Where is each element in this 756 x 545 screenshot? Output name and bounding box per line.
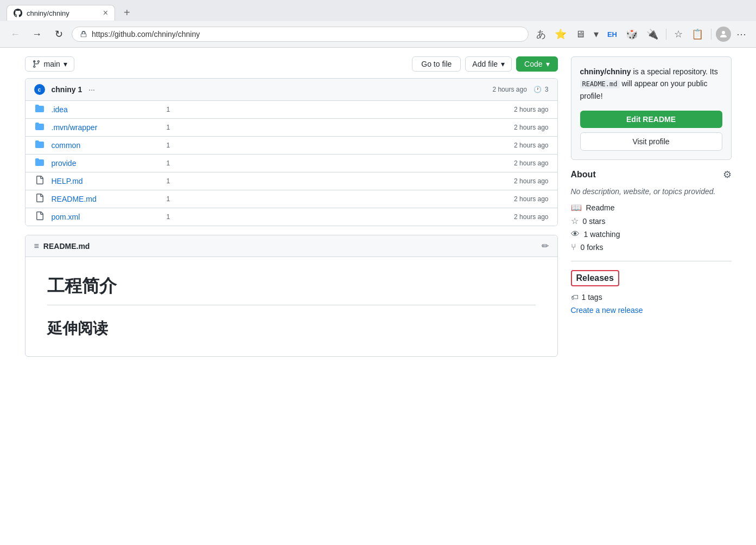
file-commit: 1	[167, 142, 508, 149]
readme-title: README.md	[43, 242, 537, 251]
browser-titlebar: chniny/chniny × +	[0, 0, 756, 21]
file-row: HELP.md12 hours ago	[26, 172, 557, 190]
file-commit: 1	[167, 195, 508, 203]
repo-main: main ▾ Go to file Add file ▾ Code ▾	[25, 56, 558, 357]
code-chevron-icon: ▾	[546, 60, 550, 68]
file-time: 2 hours ago	[514, 106, 548, 113]
collections-icon[interactable]: 📋	[688, 26, 707, 42]
branch-chevron-icon: ▾	[63, 60, 67, 68]
releases-heading[interactable]: Releases	[571, 270, 619, 286]
reload-button[interactable]: ↻	[50, 25, 67, 43]
add-file-button[interactable]: Add file ▾	[465, 56, 512, 72]
file-icon	[34, 176, 45, 187]
branch-selector[interactable]: main ▾	[25, 56, 74, 72]
readme-heading2: 延伸阅读	[47, 318, 536, 339]
browser-toolbar: ← → ↻ https://github.com/chniny/chniny あ…	[0, 21, 756, 47]
releases-tag-count: 1 tags	[582, 293, 602, 302]
readme-heading1: 工程简介	[47, 274, 536, 305]
edit-readme-button[interactable]: Edit README	[580, 111, 722, 128]
repo-layout: main ▾ Go to file Add file ▾ Code ▾	[12, 48, 745, 366]
forward-button[interactable]: →	[28, 25, 46, 43]
file-name[interactable]: .idea	[52, 105, 160, 114]
readme-header: ≡ README.md ✏	[26, 235, 557, 257]
address-bar[interactable]: https://github.com/chniny/chniny	[72, 27, 529, 42]
releases-section: Releases 🏷 1 tags Create a new release	[571, 270, 732, 315]
file-commit: 1	[167, 213, 508, 221]
extension1-icon[interactable]: EH	[604, 28, 620, 41]
file-name[interactable]: HELP.md	[52, 177, 160, 185]
history-count: 3	[545, 86, 549, 93]
file-name[interactable]: .mvn/wrapper	[52, 123, 160, 132]
browser-tab[interactable]: chniny/chniny ×	[7, 5, 115, 21]
file-time: 2 hours ago	[514, 195, 548, 203]
folder-icon	[34, 104, 45, 115]
about-item-label[interactable]: 0 stars	[583, 217, 606, 226]
translate-icon[interactable]: あ	[533, 25, 549, 43]
media-icon[interactable]: 🖥	[572, 27, 588, 42]
go-to-file-button[interactable]: Go to file	[412, 56, 461, 72]
releases-tag-row: 🏷 1 tags	[571, 293, 732, 302]
repo-sidebar: chniny/chniny is a special repository. I…	[571, 56, 732, 357]
file-row: README.md12 hours ago	[26, 190, 557, 208]
new-tab-button[interactable]: +	[119, 4, 135, 21]
file-commit: 1	[167, 124, 508, 131]
file-row: pom.xml12 hours ago	[26, 208, 557, 226]
file-time: 2 hours ago	[514, 177, 548, 185]
repo-link[interactable]: chniny/chniny	[580, 67, 631, 76]
tag-icon: 🏷	[571, 293, 579, 302]
readme-list-icon: ≡	[34, 241, 39, 251]
favorites-icon[interactable]: ⭐	[551, 26, 570, 42]
create-release-link[interactable]: Create a new release	[571, 306, 643, 315]
about-item-icon: 📖	[571, 202, 582, 213]
bookmark-icon[interactable]: ☆	[671, 26, 686, 42]
about-item: ☆0 stars	[571, 216, 732, 226]
commit-message: chniny 1	[52, 85, 82, 94]
readme-body: 工程简介 延伸阅读	[26, 257, 557, 356]
lock-icon	[80, 30, 87, 38]
code-label: Code	[524, 60, 542, 68]
github-favicon-icon	[14, 9, 22, 17]
visit-profile-button[interactable]: Visit profile	[580, 132, 722, 151]
file-time: 2 hours ago	[514, 159, 548, 167]
about-item: ⑂0 forks	[571, 242, 732, 252]
file-name[interactable]: README.md	[52, 195, 160, 203]
about-item-label[interactable]: 1 watching	[584, 230, 620, 239]
special-repo-text-mid: is a special repository. Its	[631, 67, 718, 76]
address-text: https://github.com/chniny/chniny	[92, 30, 520, 39]
file-time: 2 hours ago	[514, 142, 548, 149]
about-item-label[interactable]: Readme	[586, 203, 615, 212]
dropdown-icon[interactable]: ▾	[590, 26, 602, 42]
code-button[interactable]: Code ▾	[516, 56, 557, 72]
about-item: 📖Readme	[571, 202, 732, 213]
edit-readme-icon[interactable]: ✏	[542, 241, 549, 251]
commit-author-initial: c	[38, 87, 41, 93]
extension2-icon[interactable]: 🎲	[622, 26, 641, 42]
close-tab-icon[interactable]: ×	[103, 9, 108, 17]
commit-dots[interactable]: ···	[88, 85, 95, 94]
more-options-icon[interactable]: ⋯	[733, 26, 749, 42]
file-name[interactable]: provide	[52, 159, 160, 168]
folder-icon	[34, 140, 45, 151]
about-item-icon: 👁	[571, 229, 580, 239]
back-button[interactable]: ←	[7, 25, 24, 43]
special-repo-description: chniny/chniny is a special repository. I…	[580, 66, 722, 102]
readme-section: ≡ README.md ✏ 工程简介 延伸阅读	[25, 235, 558, 357]
profile-button[interactable]	[716, 27, 731, 42]
commit-avatar: c	[34, 84, 45, 95]
file-name[interactable]: pom.xml	[52, 213, 160, 221]
readme-code-tag: README.md	[580, 80, 620, 88]
file-row: provide12 hours ago	[26, 155, 557, 172]
about-title: About	[571, 170, 596, 179]
extension3-icon[interactable]: 🔌	[643, 26, 662, 42]
commit-history[interactable]: 🕐 3	[533, 86, 549, 93]
file-name[interactable]: common	[52, 141, 160, 150]
commit-time: 2 hours ago	[492, 86, 526, 93]
file-row: .idea12 hours ago	[26, 101, 557, 119]
file-rows-container: .idea12 hours ago.mvn/wrapper12 hours ag…	[26, 101, 557, 226]
about-item-label[interactable]: 0 forks	[581, 243, 603, 252]
file-icon	[34, 194, 45, 204]
branch-icon	[32, 60, 41, 68]
about-gear-icon[interactable]: ⚙	[723, 169, 732, 181]
about-header: About ⚙	[571, 169, 732, 181]
about-description: No description, website, or topics provi…	[571, 187, 732, 196]
